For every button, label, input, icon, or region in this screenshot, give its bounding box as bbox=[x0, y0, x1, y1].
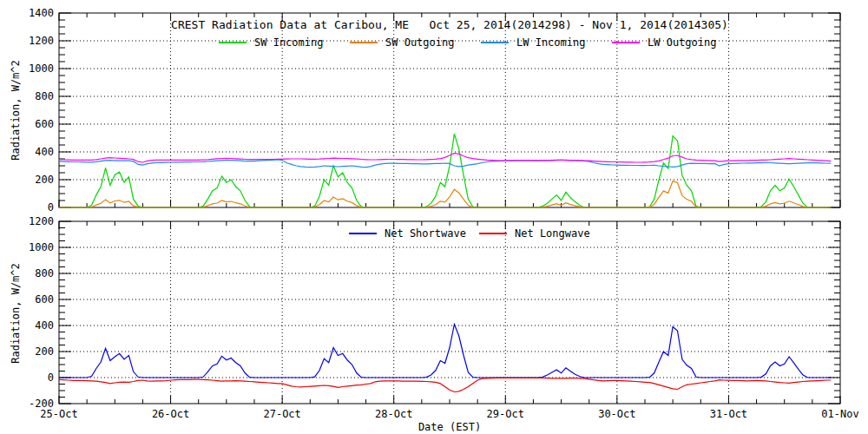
legend-label: SW Outgoing bbox=[385, 36, 454, 49]
y-tick-label: 400 bbox=[35, 319, 54, 332]
y-tick-label: 400 bbox=[35, 146, 54, 158]
net-longwave-line bbox=[59, 378, 831, 391]
lw-outgoing-line bbox=[59, 154, 831, 162]
panel-frame bbox=[59, 221, 840, 404]
x-axis-title: Date (EST) bbox=[59, 421, 840, 433]
legend-item-lw-outgoing: LW Outgoing bbox=[612, 36, 716, 49]
x-tick-label: 01-Nov bbox=[821, 408, 858, 420]
x-tick-label: 28-Oct bbox=[375, 408, 412, 420]
x-tick-label: 30-Oct bbox=[598, 408, 635, 420]
x-tick-label: 25-Oct bbox=[40, 408, 77, 420]
net-shortwave-line bbox=[59, 325, 831, 378]
bottom-panel: -200020040060080010001200 bbox=[29, 215, 840, 410]
legend-label: LW Outgoing bbox=[648, 36, 716, 49]
x-tick-label: 27-Oct bbox=[263, 408, 300, 420]
y-tick-label: 800 bbox=[35, 267, 54, 279]
y-tick-label: 800 bbox=[35, 90, 54, 102]
y-tick-label: 1200 bbox=[29, 215, 54, 227]
y-tick-label: 1000 bbox=[29, 62, 54, 75]
lw-outgoing-line-swatch bbox=[612, 42, 640, 43]
x-tick-label: 29-Oct bbox=[487, 408, 524, 420]
y-tick-label: 200 bbox=[35, 174, 54, 186]
chart-title: CREST Radiation Data at Caribou, ME Oct … bbox=[59, 18, 840, 31]
y-tick-label: 600 bbox=[35, 293, 54, 306]
y-tick-label: 600 bbox=[35, 118, 54, 130]
sw-outgoing-line-swatch bbox=[350, 42, 378, 43]
radiation-chart-page: 0200400600800100012001400-20002004006008… bbox=[0, 0, 868, 434]
y-tick-label: 1200 bbox=[29, 35, 54, 47]
y-tick-label: 0 bbox=[48, 372, 54, 384]
x-tick-label: 26-Oct bbox=[152, 408, 189, 420]
lw-incoming-line-swatch bbox=[481, 42, 509, 43]
y-axis-title-bottom: Radiation, W/m^2 bbox=[10, 218, 22, 409]
net-shortwave-line-swatch bbox=[349, 233, 377, 234]
legend-label: Net Shortwave bbox=[385, 227, 466, 240]
legend-item-net-shortwave: Net Shortwave bbox=[349, 227, 466, 240]
y-tick-label: 1000 bbox=[29, 241, 54, 253]
legend-item-sw-outgoing: SW Outgoing bbox=[350, 36, 454, 49]
y-tick-label: 1400 bbox=[29, 7, 54, 19]
net-longwave-line-swatch bbox=[479, 233, 507, 234]
legend-label: Net Longwave bbox=[515, 227, 590, 240]
legend-label: LW Incoming bbox=[516, 36, 585, 49]
legend-item-net-longwave: Net Longwave bbox=[479, 227, 590, 240]
y-tick-label: 0 bbox=[48, 201, 54, 214]
x-tick-label: 31-Oct bbox=[710, 408, 747, 420]
plot-svg: 0200400600800100012001400-20002004006008… bbox=[0, 0, 868, 434]
sw-incoming-line-swatch bbox=[219, 42, 247, 43]
legend-item-sw-incoming: SW Incoming bbox=[219, 36, 323, 49]
legend-label: SW Incoming bbox=[254, 36, 323, 49]
sw-incoming-line bbox=[59, 134, 831, 207]
y-axis-title-top: Radiation, W/m^2 bbox=[10, 15, 22, 206]
y-tick-label: 200 bbox=[35, 345, 54, 358]
legend-item-lw-incoming: LW Incoming bbox=[481, 36, 585, 49]
